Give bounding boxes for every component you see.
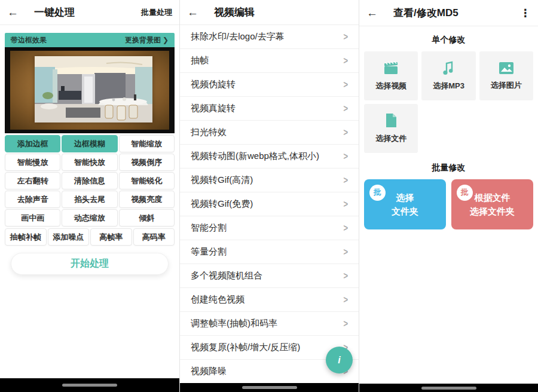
tool-grid: 添加边框 边框模糊 智能缩放 智能慢放 智能快放 视频倒序 左右翻转 清除信息 …	[5, 135, 175, 226]
home-indicator[interactable]	[62, 384, 117, 387]
panel-md5: ← 查看/修改MD5 ⋮ 单个修改 选择视频 {} 选择MP3	[359, 0, 538, 392]
room-photo-illustration	[35, 56, 152, 122]
right-nav-bar	[359, 384, 538, 392]
menu-item-label: 视频复原(补帧/增大/反压缩)	[191, 342, 300, 353]
menu-item-video-to-gif-hd[interactable]: 视频转Gif(高清) >	[180, 169, 359, 192]
left-nav-bar	[0, 378, 179, 392]
menu-item-solid-color-video[interactable]: 创建纯色视频 >	[180, 288, 359, 312]
video-preview-frame[interactable]	[5, 47, 175, 133]
image-icon	[499, 62, 514, 75]
tool-button-high-fps[interactable]: 高帧率	[90, 228, 132, 246]
overflow-menu-icon[interactable]: ⋮	[520, 7, 531, 20]
select-video-card[interactable]: 选择视频	[364, 51, 418, 100]
back-icon[interactable]: ←	[187, 6, 198, 19]
left-body: 带边框效果 更换背景图 ❯	[0, 33, 179, 275]
batch-process-button[interactable]: 批量处理	[141, 7, 172, 18]
info-fab-button[interactable]: i	[326, 347, 353, 373]
chevron-right-icon: >	[343, 55, 348, 67]
home-indicator[interactable]	[242, 386, 297, 389]
room-photo	[35, 56, 152, 122]
tool-button-clear-info[interactable]: 清除信息	[62, 172, 117, 189]
page-title: 查看/修改MD5	[393, 6, 458, 20]
card-label: 选择视频	[375, 81, 406, 91]
batch-select-folder-by-file-button[interactable]: 批 根据文件 选择文件夹	[451, 179, 533, 229]
tool-button-reverse[interactable]: 视频倒序	[119, 154, 175, 171]
menu-item-label: 视频真旋转	[191, 103, 236, 114]
select-file-card[interactable]: 选择文件	[364, 104, 418, 153]
menu-item-equal-split[interactable]: 等量分割 >	[180, 240, 359, 264]
batch-select-folder-button[interactable]: 批 选择 文件夹	[364, 179, 446, 229]
chevron-right-icon: >	[343, 246, 348, 258]
middle-appbar: ← 视频编辑	[180, 0, 359, 25]
chevron-right-icon: >	[343, 294, 348, 306]
back-icon[interactable]: ←	[7, 6, 19, 19]
menu-item-extract-frames[interactable]: 抽帧 >	[180, 49, 359, 73]
select-mp3-card[interactable]: {} 选择MP3	[421, 51, 475, 100]
menu-item-label: 视频伪旋转	[191, 79, 236, 90]
chevron-right-icon: >	[343, 174, 348, 186]
tool-button-sharpen[interactable]: 智能锐化	[119, 172, 175, 189]
chevron-right-icon: >	[343, 31, 348, 43]
tool-grid-row4: 抽帧补帧 添加噪点 高帧率 高码率	[5, 228, 175, 246]
tool-button-tilt[interactable]: 倾斜	[119, 209, 175, 226]
banner-label: 带边框效果	[11, 35, 47, 45]
batch-buttons: 批 选择 文件夹 批 根据文件 选择文件夹	[359, 179, 538, 229]
button-label-line1: 选择	[396, 191, 414, 204]
tool-button-brightness[interactable]: 视频亮度	[119, 191, 175, 208]
menu-item-label: 智能分割	[191, 222, 227, 234]
batch-badge: 批	[457, 185, 473, 201]
middle-nav-bar	[180, 383, 359, 392]
tool-button-smart-scale[interactable]: 智能缩放	[119, 135, 175, 152]
tool-button-fast-motion[interactable]: 智能快放	[62, 154, 117, 171]
tool-button-pip[interactable]: 画中画	[5, 209, 60, 226]
panel-video-edit: ← 视频编辑 抹除水印/去logo/去字幕 > 抽帧 > 视频伪旋转 > 视频真…	[179, 0, 359, 392]
batch-badge: 批	[369, 185, 386, 201]
menu-item-label: 视频转Gif(免费)	[191, 198, 253, 210]
single-modify-cards: 选择视频 {} 选择MP3 选择图片 选择文件	[359, 51, 538, 153]
menu-item-label: 创建纯色视频	[191, 294, 244, 305]
menu-item-true-rotate[interactable]: 视频真旋转 >	[180, 97, 359, 121]
menu-item-label: 扫光特效	[191, 127, 227, 138]
menu-item-adjust-fps-bitrate[interactable]: 调整帧率(抽帧)和码率 >	[180, 312, 359, 336]
tool-button-dynamic-zoom[interactable]: 动态缩放	[62, 209, 117, 226]
tool-button-add-noise[interactable]: 添加噪点	[48, 228, 90, 246]
menu-item-remove-watermark[interactable]: 抹除水印/去logo/去字幕 >	[180, 25, 359, 49]
home-indicator[interactable]	[421, 387, 476, 390]
tool-button-border-blur[interactable]: 边框模糊	[62, 135, 117, 152]
right-appbar: ← 查看/修改MD5 ⋮	[359, 0, 538, 26]
tool-button-add-border[interactable]: 添加边框	[5, 135, 60, 152]
menu-item-video-to-webp[interactable]: 视频转动图(新webp格式,体积小) >	[180, 145, 359, 169]
menu-item-light-sweep[interactable]: 扫光特效 >	[180, 121, 359, 145]
menu-item-label: 视频转Gif(高清)	[191, 174, 253, 186]
menu-item-video-to-gif-free[interactable]: 视频转Gif(免费) >	[180, 192, 359, 216]
tool-button-slow-motion[interactable]: 智能慢放	[5, 154, 60, 171]
tool-button-high-bitrate[interactable]: 高码率	[133, 228, 175, 246]
menu-item-label: 等量分割	[191, 246, 227, 258]
app-root: ← 一键处理 批量处理 带边框效果 更换背景图 ❯	[0, 0, 538, 392]
chevron-right-icon: >	[343, 127, 348, 139]
chevron-right-icon: ❯	[163, 36, 169, 44]
clapperboard-icon	[383, 61, 399, 75]
chevron-right-icon: >	[343, 103, 348, 115]
start-processing-button[interactable]: 开始处理	[11, 253, 169, 275]
back-icon[interactable]: ←	[366, 7, 378, 20]
chevron-right-icon: >	[343, 270, 348, 282]
page-title: 一键处理	[34, 5, 75, 19]
tool-button-flip[interactable]: 左右翻转	[5, 172, 60, 189]
tool-button-trim-ends[interactable]: 掐头去尾	[62, 191, 117, 208]
menu-item-fake-rotate[interactable]: 视频伪旋转 >	[180, 73, 359, 97]
menu-item-smart-split[interactable]: 智能分割 >	[180, 216, 359, 240]
empty-cell	[421, 104, 475, 153]
tool-button-remove-audio[interactable]: 去除声音	[5, 191, 60, 208]
chevron-right-icon: >	[343, 222, 348, 234]
menu-item-random-combine[interactable]: 多个视频随机组合 >	[180, 264, 359, 288]
select-image-card[interactable]: 选择图片	[479, 51, 533, 100]
menu-item-label: 抹除水印/去logo/去字幕	[191, 31, 285, 42]
card-label: 选择文件	[375, 133, 406, 144]
change-background-button[interactable]: 更换背景图 ❯	[125, 35, 169, 45]
border-effect-banner[interactable]: 带边框效果 更换背景图 ❯	[5, 33, 175, 47]
tool-button-frame-interp[interactable]: 抽帧补帧	[5, 228, 47, 246]
chevron-right-icon: >	[343, 318, 348, 330]
menu-item-label: 调整帧率(抽帧)和码率	[191, 318, 277, 329]
button-label-line2: 选择文件夹	[470, 204, 515, 218]
